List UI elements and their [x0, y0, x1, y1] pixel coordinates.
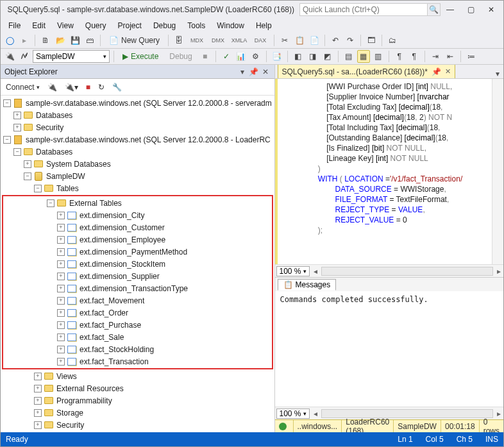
ext-table-node[interactable]: +ext.dimension_TransactionType	[3, 282, 272, 294]
open-icon[interactable]: 📂	[54, 34, 67, 47]
server-node-1[interactable]: −sample-svr.database.windows.net (SQL Se…	[1, 97, 274, 109]
indent-icon[interactable]: ⇥	[429, 50, 442, 63]
menu-file[interactable]: File	[3, 20, 26, 31]
editor-tab[interactable]: SQLQuery5.sql - sa...(LoaderRC60 (168))*…	[278, 65, 455, 78]
new-project-icon[interactable]: 🗎	[39, 34, 52, 47]
new-query-button[interactable]: 📄 New Query	[105, 34, 164, 47]
tables-node[interactable]: −Tables	[1, 182, 274, 194]
quick-launch[interactable]: 🔍	[299, 3, 441, 16]
databases-node-1[interactable]: +Databases	[1, 109, 274, 121]
zoom-combo[interactable]: 100 %▾	[276, 266, 310, 276]
results-text-icon[interactable]: ▤	[342, 50, 355, 63]
nav-back-icon[interactable]: ◯	[3, 34, 16, 47]
specify-values-icon[interactable]: ≔	[465, 50, 478, 63]
ext-table-node[interactable]: +ext.dimension_PaymentMethod	[3, 246, 272, 258]
menu-help[interactable]: Help	[251, 20, 277, 31]
views-node[interactable]: +Views	[1, 370, 274, 382]
ext-resources-node[interactable]: +External Resources	[1, 382, 274, 394]
quick-launch-input[interactable]	[299, 3, 428, 16]
parse-icon[interactable]: ✓	[220, 50, 233, 63]
ext-table-node[interactable]: +ext.dimension_Supplier	[3, 270, 272, 282]
menu-query[interactable]: Query	[80, 20, 112, 31]
scroll-left-icon-2[interactable]: ◂	[311, 409, 320, 418]
dax-icon[interactable]: DAX	[251, 37, 270, 44]
change-connection-icon[interactable]: 🔌	[3, 50, 16, 63]
search-icon[interactable]: 🔍	[428, 3, 441, 16]
database-combo[interactable]: SampleDW▾	[33, 50, 110, 63]
menu-project[interactable]: Project	[113, 20, 147, 31]
close-button[interactable]: ✕	[482, 3, 501, 17]
close-tab-icon[interactable]: ✕	[445, 67, 451, 76]
system-db-node[interactable]: +System Databases	[1, 158, 274, 170]
server-node-2[interactable]: −sample-svr.database.windows.net (SQL Se…	[1, 133, 274, 146]
include-stats-icon[interactable]: ◨	[307, 50, 319, 63]
security-node-2[interactable]: +Security	[1, 419, 274, 431]
uncomment-icon[interactable]: ¶	[408, 50, 421, 63]
tab-dropdown-icon[interactable]: ▾	[492, 69, 503, 78]
comment-icon[interactable]: ¶	[393, 50, 406, 63]
stop-icon[interactable]: ■	[83, 83, 93, 92]
save-all-icon[interactable]: 🗃	[83, 34, 96, 47]
results-grid-icon[interactable]: ▦	[357, 50, 370, 63]
pin-tab-icon[interactable]: 📌	[432, 67, 441, 76]
ext-table-node[interactable]: +ext.dimension_StockItem	[3, 258, 272, 270]
live-stats-icon[interactable]: ◩	[321, 50, 334, 63]
solution-explorer-icon[interactable]: 🗂	[386, 34, 399, 47]
connect-button[interactable]: Connect ▾	[3, 83, 42, 92]
results-file-icon[interactable]: ▥	[372, 50, 385, 63]
object-tree[interactable]: −sample-svr.database.windows.net (SQL Se…	[1, 96, 274, 432]
xmla-icon[interactable]: XMLA	[230, 37, 249, 44]
ext-table-node[interactable]: +ext.fact_Transaction	[3, 355, 272, 367]
code-editor[interactable]: [WWI Purchase Order ID] [int] NULL, [Sup…	[275, 79, 503, 264]
menu-view[interactable]: View	[52, 20, 79, 31]
sampledw-node[interactable]: −SampleDW	[1, 170, 274, 182]
panel-close-icon[interactable]: ✕	[260, 67, 271, 77]
scroll-left-icon[interactable]: ◂	[311, 267, 320, 276]
properties-icon[interactable]: 🗔	[365, 34, 378, 47]
intellisense-icon[interactable]: 📑	[271, 50, 283, 63]
messages-output[interactable]: Commands completed successfully.	[275, 291, 503, 407]
menu-edit[interactable]: Edit	[27, 20, 51, 31]
panel-pin-icon[interactable]: 📌	[249, 67, 259, 77]
security-node-1[interactable]: +Security	[1, 121, 274, 133]
disconnect-icon[interactable]: 🔌	[45, 83, 60, 92]
query-options-icon[interactable]: ⚙	[249, 50, 262, 63]
debug-button[interactable]: Debug	[165, 50, 196, 63]
zoom-combo-2[interactable]: 100 %▾	[276, 409, 310, 419]
execute-button[interactable]: ▶ Execute	[118, 50, 163, 63]
ext-table-node[interactable]: +ext.dimension_Employee	[3, 233, 272, 246]
databases-node-2[interactable]: −Databases	[1, 146, 274, 158]
hscroll-track-2[interactable]	[321, 409, 493, 418]
maximize-button[interactable]: ▢	[461, 3, 480, 17]
cut-icon[interactable]: ✂	[278, 34, 291, 47]
ext-table-node[interactable]: +ext.fact_Movement	[3, 294, 272, 307]
hscroll-track[interactable]	[321, 267, 493, 276]
refresh-icon[interactable]: ↻	[96, 83, 107, 92]
db-engine-query-icon[interactable]: 🗄	[172, 34, 185, 47]
ext-table-node[interactable]: +ext.fact_Order	[3, 307, 272, 319]
save-icon[interactable]: 💾	[69, 34, 81, 47]
ext-table-node[interactable]: +ext.fact_Sale	[3, 331, 272, 343]
minimize-button[interactable]: —	[441, 3, 460, 17]
dmx-icon[interactable]: DMX	[208, 37, 228, 44]
filter-icon[interactable]: 🔌▾	[62, 83, 81, 92]
ext-table-node[interactable]: +ext.dimension_Customer	[3, 221, 272, 233]
copy-icon[interactable]: 📋	[293, 34, 306, 47]
external-tables-node[interactable]: −External Tables	[3, 197, 272, 209]
scrollbar[interactable]	[492, 79, 503, 264]
scroll-right-icon-2[interactable]: ▸	[494, 409, 503, 418]
mdx-icon[interactable]: MDX	[187, 37, 206, 44]
panel-dropdown-icon[interactable]: ▾	[237, 67, 248, 77]
estimated-plan-icon[interactable]: 📊	[235, 50, 248, 63]
include-plan-icon[interactable]: ◧	[292, 50, 305, 63]
available-db-icon[interactable]: 🗲	[18, 50, 31, 63]
paste-icon[interactable]: 📄	[308, 34, 321, 47]
ext-table-node[interactable]: +ext.fact_Purchase	[3, 319, 272, 331]
programmability-node[interactable]: +Programmability	[1, 394, 274, 407]
outdent-icon[interactable]: ⇤	[444, 50, 457, 63]
ext-table-node[interactable]: +ext.dimension_City	[3, 209, 272, 221]
scroll-right-icon[interactable]: ▸	[494, 267, 503, 276]
menu-window[interactable]: Window	[212, 20, 249, 31]
filter2-icon[interactable]: 🔧	[110, 83, 124, 92]
menu-debug[interactable]: Debug	[148, 20, 181, 31]
